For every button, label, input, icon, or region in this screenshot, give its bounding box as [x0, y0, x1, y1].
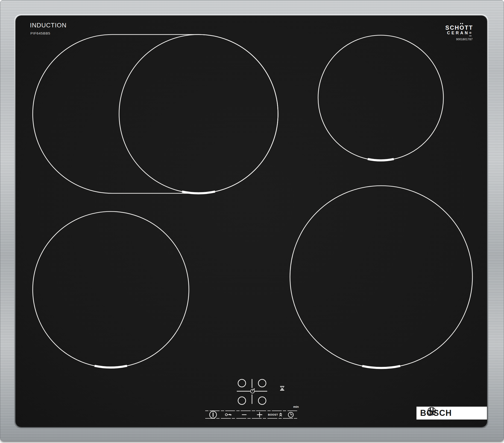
boost-button[interactable]: BOOST — [268, 410, 283, 420]
pan-marker-back-right — [368, 159, 394, 160]
key-icon — [225, 413, 232, 417]
schott-wordmark: SCHOTT — [445, 25, 473, 30]
registered-mark: ® — [469, 30, 471, 36]
power-button[interactable] — [205, 410, 221, 420]
serial-number: 9001601787 — [445, 38, 473, 41]
ceran-wordmark: CERAN® — [445, 30, 473, 36]
hourglass-icon — [280, 386, 284, 390]
model-number-label: PIF645BB5 — [30, 31, 50, 35]
pan-marker-front-right — [362, 366, 400, 368]
zone-select-back-left[interactable] — [238, 379, 246, 387]
cooking-zone-back-left-oval — [33, 34, 278, 193]
plus-button[interactable] — [252, 410, 268, 420]
zone-select-back-right[interactable] — [258, 379, 266, 387]
induction-type-label: INDUCTION — [30, 22, 67, 29]
timer-button[interactable] — [283, 410, 299, 420]
minus-button[interactable] — [236, 410, 252, 420]
boost-label: BOOST — [268, 413, 278, 416]
plus-icon — [257, 412, 263, 418]
timer-center-icon — [251, 389, 255, 393]
cooking-zone-back-right — [318, 35, 443, 160]
power-icon — [209, 410, 217, 419]
boost-chevrons-icon — [279, 412, 282, 417]
zone-select-front-left[interactable] — [238, 397, 246, 405]
bosch-emblem-icon — [427, 407, 436, 416]
child-lock-button[interactable] — [221, 410, 236, 420]
zone-select-front-right[interactable] — [258, 397, 266, 405]
minus-icon — [242, 414, 247, 415]
pan-marker-back-left — [182, 191, 215, 193]
cooking-zone-back-left-circle — [119, 34, 278, 193]
clock-icon — [288, 412, 294, 418]
pan-marker-front-left — [95, 366, 127, 368]
schott-ceran-logo: SCHOTT CERAN® 9001601787 — [445, 25, 473, 41]
touch-key-row: BOOST — [205, 410, 299, 420]
zone-selector — [237, 379, 267, 405]
min-label: min — [293, 405, 299, 409]
zone-markings — [0, 0, 504, 443]
cooking-zone-front-right — [290, 186, 472, 368]
cooking-zone-front-left — [33, 211, 189, 368]
induction-hob: INDUCTION PIF645BB5 SCHOTT CERAN® 900160… — [0, 0, 504, 441]
bosch-logo-band: BOSCH — [416, 407, 487, 420]
